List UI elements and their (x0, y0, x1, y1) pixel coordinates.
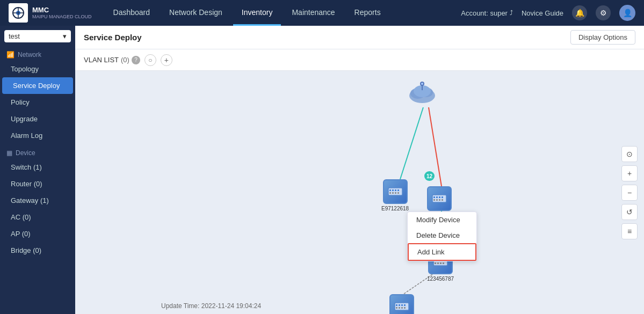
sidebar-item-ac[interactable]: AC (0) (0, 209, 75, 225)
svg-rect-24 (397, 192, 399, 194)
nav-inventory[interactable]: Inventory (233, 0, 281, 26)
grid-icon: ▦ (6, 149, 12, 157)
nav-right: Account: super ⤴ Novice Guide 🔔 ⚙ 👤 (461, 5, 635, 21)
svg-rect-32 (439, 199, 440, 201)
sidebar-item-upgrade[interactable]: Upgrade (0, 111, 75, 127)
svg-rect-48 (396, 307, 397, 309)
device-label-switch1: E97122618 (381, 206, 409, 211)
svg-rect-28 (439, 196, 440, 198)
svg-rect-27 (436, 196, 438, 198)
svg-rect-25 (432, 195, 446, 202)
svg-line-5 (400, 107, 423, 179)
vlan-add-button[interactable]: + (161, 54, 172, 66)
vlan-refresh-button[interactable]: ○ (144, 54, 156, 66)
wifi-icon: 📶 (6, 51, 15, 59)
svg-rect-22 (392, 192, 394, 194)
nav-dashboard[interactable]: Dashboard (105, 0, 159, 26)
reset-button[interactable]: ↺ (621, 204, 638, 220)
bell-icon: 🔔 (575, 9, 584, 17)
topology-canvas[interactable]: 12 E97122618 (75, 71, 644, 314)
layers-icon: ≡ (627, 227, 632, 236)
device-node-switch1[interactable]: E97122618 (381, 179, 409, 211)
display-options-button[interactable]: Display Options (570, 30, 635, 45)
right-controls: ⊙ + − ↺ ≡ (621, 146, 638, 239)
page-header: Service Deploy Display Options (75, 26, 644, 49)
sidebar-item-router[interactable]: Router (0) (0, 176, 75, 192)
device-node-switch4[interactable]: 0007214170100004 (380, 294, 423, 314)
fit-screen-icon: ⊙ (626, 150, 633, 158)
svg-rect-19 (395, 189, 396, 191)
sidebar-item-topology[interactable]: Topology (0, 61, 75, 77)
fit-screen-button[interactable]: ⊙ (621, 146, 638, 162)
environment-selector[interactable]: test ▾ (4, 30, 71, 42)
sidebar-item-ap[interactable]: AP (0) (0, 225, 75, 242)
gear-icon: ⚙ (600, 9, 607, 17)
network-section-label: 📶 Network (0, 47, 75, 61)
cloud-node[interactable] (407, 81, 437, 103)
sidebar-item-service-deploy[interactable]: Service Deploy (2, 77, 73, 94)
svg-rect-41 (440, 262, 442, 264)
zoom-in-icon: + (627, 169, 632, 178)
svg-rect-33 (442, 199, 443, 201)
main-content: Service Deploy Display Options VLAN LIST… (75, 26, 644, 314)
badge-12-top: 12 (424, 171, 435, 181)
svg-rect-44 (396, 304, 397, 306)
svg-rect-29 (442, 196, 443, 198)
nav-network-design[interactable]: Network Design (161, 0, 231, 26)
svg-rect-17 (389, 189, 391, 191)
svg-rect-26 (433, 196, 435, 198)
page-title: Service Deploy (84, 33, 142, 42)
svg-rect-49 (399, 307, 400, 309)
sidebar-item-policy[interactable]: Policy (0, 94, 75, 111)
logo-text: MMC MAIPU MANAGED CLOUD (32, 6, 92, 20)
svg-rect-30 (433, 199, 435, 201)
avatar-button[interactable]: 👤 (619, 5, 635, 21)
layers-button[interactable]: ≡ (621, 223, 638, 239)
svg-rect-20 (397, 189, 399, 191)
sidebar-item-switch[interactable]: Switch (1) (0, 159, 75, 176)
vlan-list-label: VLAN LIST (0) ? (84, 56, 140, 64)
top-nav: MMC MAIPU MANAGED CLOUD Dashboard Networ… (0, 0, 644, 26)
svg-rect-43 (395, 303, 409, 310)
nav-reports[interactable]: Reports (346, 0, 389, 26)
settings-button[interactable]: ⚙ (596, 5, 611, 20)
logo-icon (9, 3, 28, 23)
chevron-down-icon: ▾ (63, 32, 67, 40)
update-time: Update Time: 2022-11-24 19:04:24 (161, 302, 261, 310)
svg-rect-42 (443, 262, 444, 264)
nav-maintenance[interactable]: Maintenance (283, 0, 343, 26)
novice-guide-link[interactable]: Novice Guide (522, 9, 563, 17)
svg-rect-31 (436, 199, 438, 201)
context-menu-delete-device[interactable]: Delete Device (408, 228, 476, 243)
logo-area: MMC MAIPU MANAGED CLOUD (9, 3, 92, 23)
context-menu-modify-device[interactable]: Modify Device (408, 212, 476, 228)
svg-rect-45 (399, 304, 400, 306)
zoom-in-button[interactable]: + (621, 165, 638, 181)
svg-rect-18 (392, 189, 394, 191)
account-expand-icon: ⤴ (510, 9, 513, 17)
toolbar: VLAN LIST (0) ? ○ + (75, 49, 644, 71)
main-layout: test ▾ 📶 Network Topology Service Deploy… (0, 26, 644, 314)
svg-rect-16 (388, 188, 402, 195)
svg-rect-40 (437, 262, 439, 264)
svg-rect-51 (404, 307, 406, 309)
svg-rect-46 (401, 304, 403, 306)
reset-icon: ↺ (626, 208, 633, 216)
vlan-help-icon[interactable]: ? (132, 56, 140, 64)
notification-bell-button[interactable]: 🔔 (572, 5, 587, 20)
svg-rect-23 (395, 192, 396, 194)
svg-rect-47 (404, 304, 406, 306)
refresh-icon: ○ (148, 56, 152, 64)
device-section-label: ▦ Device (0, 144, 75, 159)
context-menu-add-link[interactable]: Add Link (408, 243, 476, 261)
sidebar-item-bridge[interactable]: Bridge (0) (0, 242, 75, 259)
context-menu: Modify Device Delete Device Add Link (407, 211, 477, 261)
svg-rect-21 (389, 192, 391, 194)
zoom-out-icon: − (627, 188, 632, 197)
zoom-out-button[interactable]: − (621, 185, 638, 201)
sidebar: test ▾ 📶 Network Topology Service Deploy… (0, 26, 75, 314)
sidebar-item-alarm-log[interactable]: Alarm Log (0, 127, 75, 144)
nav-links: Dashboard Network Design Inventory Maint… (105, 0, 461, 26)
svg-point-15 (421, 83, 423, 85)
sidebar-item-gateway[interactable]: Gateway (1) (0, 192, 75, 209)
